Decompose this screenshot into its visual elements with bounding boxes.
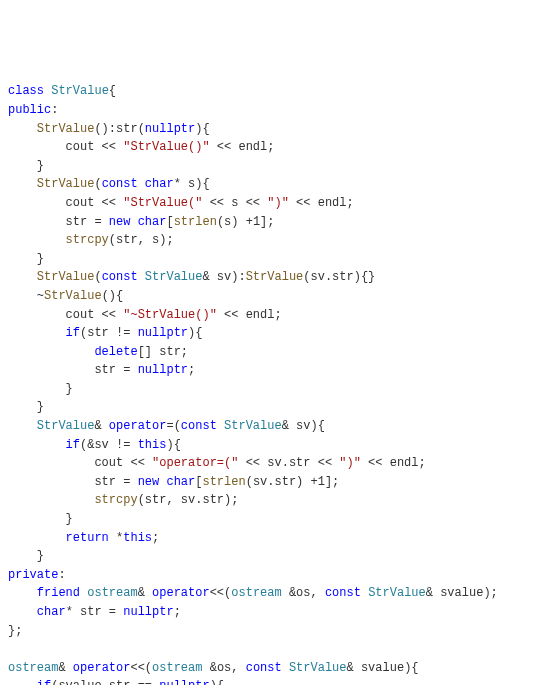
if-kw: if [37, 679, 51, 685]
param-sv: sv [296, 419, 310, 433]
ctor1: StrValue [37, 177, 95, 191]
operator-kw: operator [152, 586, 210, 600]
member-str: str [80, 605, 102, 619]
param-sv: sv [217, 270, 231, 284]
one: 1 [318, 475, 325, 489]
nullptr: nullptr [138, 363, 188, 377]
type-sv: StrValue [145, 270, 203, 284]
ctor0-init-field: str [116, 122, 138, 136]
ctor0-nullptr: nullptr [145, 122, 195, 136]
ctor1-lit1: "StrValue(" [123, 196, 202, 210]
ostream: ostream [87, 586, 137, 600]
ctor0-lit: "StrValue()" [123, 140, 209, 154]
str: str [87, 326, 109, 340]
str: str [94, 475, 116, 489]
new-kw: new [109, 215, 131, 229]
return-kw: return [66, 531, 109, 545]
ctor2-deleg: StrValue [246, 270, 304, 284]
operator-kw: operator [109, 419, 167, 433]
ctor1-lit2: ")" [267, 196, 289, 210]
nullptr: nullptr [123, 605, 173, 619]
cout: cout [66, 308, 95, 322]
ostream: ostream [8, 661, 58, 675]
strcpy: strcpy [94, 493, 137, 507]
const: const [102, 270, 138, 284]
const: const [325, 586, 361, 600]
cout: cout [94, 456, 123, 470]
this-kw: this [138, 438, 167, 452]
endl: endl [246, 308, 275, 322]
endl: endl [318, 196, 347, 210]
strlen: strlen [202, 475, 245, 489]
one: 1 [253, 215, 260, 229]
endl: endl [238, 140, 267, 154]
param-svalue: svalue [361, 661, 404, 675]
ctor2-arg: sv.str [310, 270, 353, 284]
ctor0: StrValue [37, 122, 95, 136]
const: const [246, 661, 282, 675]
friend-kw: friend [37, 586, 80, 600]
if-kw: if [66, 438, 80, 452]
param-s: s [188, 177, 195, 191]
const: const [181, 419, 217, 433]
nullptr: nullptr [159, 679, 209, 685]
dtor: StrValue [44, 289, 102, 303]
strlen: strlen [174, 215, 217, 229]
opeq-ret: StrValue [37, 419, 95, 433]
endl: endl [390, 456, 419, 470]
opeq-lit1: "operator=(" [152, 456, 238, 470]
type-sv: StrValue [368, 586, 426, 600]
param-os: os [296, 586, 310, 600]
delete-kw: delete [94, 345, 137, 359]
param-os: os [217, 661, 231, 675]
keyword-class: class [8, 84, 44, 98]
char-kw: char [166, 475, 195, 489]
strcpy: strcpy [66, 233, 109, 247]
ostream: ostream [231, 586, 281, 600]
type-sv: StrValue [289, 661, 347, 675]
dtor-lit: "~StrValue()" [123, 308, 217, 322]
cout: cout [66, 196, 95, 210]
this-kw: this [123, 531, 152, 545]
str: str [66, 215, 88, 229]
access-private: private [8, 568, 58, 582]
ostream: ostream [152, 661, 202, 675]
char-kw: char [138, 215, 167, 229]
if-kw: if [66, 326, 80, 340]
access-public: public [8, 103, 51, 117]
operator-kw: operator [73, 661, 131, 675]
type-sv: StrValue [224, 419, 282, 433]
const: const [102, 177, 138, 191]
char-kw: char [37, 605, 66, 619]
nullptr: nullptr [138, 326, 188, 340]
cout: cout [66, 140, 95, 154]
class-name: StrValue [51, 84, 109, 98]
opeq-lit2: ")" [339, 456, 361, 470]
param-svalue: svalue [440, 586, 483, 600]
ctor2: StrValue [37, 270, 95, 284]
code-block: class StrValue{ public: StrValue():str(n… [8, 82, 544, 685]
new-kw: new [138, 475, 160, 489]
char-kw: char [145, 177, 174, 191]
